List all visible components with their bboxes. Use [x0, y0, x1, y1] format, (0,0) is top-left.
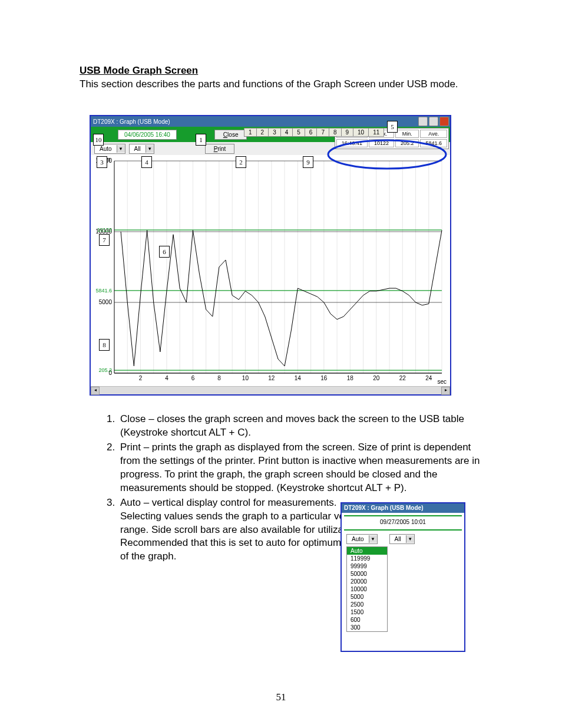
- dropdown-example-window: DT209X : Graph (USB Mode) 09/27/2005 10:…: [340, 502, 465, 652]
- section-heading: USB Mode Graph Screen: [80, 65, 486, 77]
- auto-options-list[interactable]: Auto 119999 99999 50000 20000 10000 5000…: [346, 546, 388, 632]
- datetime-display: 09/27/2005 10:01: [344, 515, 462, 531]
- svg-text:205.2: 205.2: [98, 367, 112, 373]
- svg-text:22: 22: [399, 375, 406, 381]
- tab[interactable]: 9: [341, 128, 353, 137]
- callout-7: 7: [99, 234, 110, 246]
- svg-text:16: 16: [320, 375, 328, 381]
- page-number: 51: [0, 691, 562, 703]
- tab[interactable]: 10: [353, 128, 368, 137]
- callout-10: 10: [93, 134, 104, 146]
- list-item: Auto – vertical display control for meas…: [118, 496, 368, 564]
- callout-6: 6: [159, 246, 170, 258]
- close-icon[interactable]: [439, 117, 449, 126]
- intro-text: This section describes the parts and fun…: [80, 78, 486, 91]
- callout-4: 4: [141, 156, 152, 168]
- callout-2: 2: [236, 156, 246, 168]
- svg-text:24: 24: [425, 375, 432, 381]
- svg-text:5000: 5000: [99, 299, 113, 305]
- chevron-down-icon: ▼: [369, 535, 377, 543]
- list-item: Print – prints the graph as displayed fr…: [118, 441, 480, 495]
- tab[interactable]: 7: [316, 128, 329, 137]
- horizontal-scrollbar[interactable]: ◂ ▸: [91, 386, 450, 394]
- scroll-right-icon[interactable]: ▸: [441, 387, 450, 395]
- callout-5: 5: [387, 121, 398, 133]
- list-item[interactable]: Auto: [347, 547, 387, 555]
- tab[interactable]: 11: [368, 128, 384, 137]
- tab[interactable]: 6: [305, 128, 317, 137]
- stats-min-header: Min.: [395, 130, 419, 138]
- tab[interactable]: 3: [268, 128, 280, 137]
- stats-time: 16:40:41: [336, 139, 368, 147]
- callout-8: 8: [99, 339, 110, 351]
- close-button[interactable]: Close: [214, 130, 247, 140]
- svg-text:8: 8: [217, 375, 221, 381]
- tab[interactable]: 1: [244, 128, 256, 137]
- chevron-down-icon: ▼: [146, 145, 154, 153]
- chevron-down-icon: ▼: [117, 145, 125, 153]
- list-item: Close – closes the graph screen and move…: [118, 413, 480, 440]
- stats-min: 205.2: [395, 139, 419, 147]
- tab[interactable]: 5: [292, 128, 305, 137]
- minimize-icon[interactable]: [418, 117, 428, 126]
- all-dropdown[interactable]: All ▼: [389, 534, 415, 544]
- list-item[interactable]: 5000: [347, 593, 387, 601]
- callout-9: 9: [303, 156, 313, 168]
- chart-svg: 2468101214161820222405000100001500010122…: [91, 155, 448, 385]
- tab-strip: 1 2 3 4 5 6 7 8 9 10 11: [244, 128, 384, 137]
- tab[interactable]: 2: [256, 128, 269, 137]
- svg-text:20: 20: [373, 375, 380, 381]
- svg-text:12: 12: [268, 375, 275, 381]
- list-item[interactable]: 1500: [347, 608, 387, 616]
- chart-area: 2468101214161820222405000100001500010122…: [91, 155, 450, 386]
- tab[interactable]: 4: [280, 128, 293, 137]
- list-item[interactable]: 10000: [347, 585, 387, 593]
- callout-1: 1: [196, 134, 206, 146]
- tab[interactable]: 8: [329, 128, 341, 137]
- auto-dropdown[interactable]: Auto ▼: [346, 534, 378, 544]
- svg-text:4: 4: [165, 375, 168, 381]
- list-item[interactable]: 600: [347, 616, 387, 624]
- window-title: DT209X : Graph (USB Mode): [93, 118, 170, 125]
- svg-text:14: 14: [295, 375, 302, 381]
- svg-text:2: 2: [139, 375, 143, 381]
- list-item[interactable]: 300: [347, 624, 387, 631]
- chevron-down-icon: ▼: [406, 535, 414, 543]
- print-button[interactable]: Print: [205, 144, 235, 154]
- datetime-display: 04/06/2005 16:40: [118, 130, 177, 140]
- list-item[interactable]: 20000: [347, 578, 387, 585]
- list-item[interactable]: 99999: [347, 562, 387, 570]
- list-item[interactable]: 50000: [347, 570, 387, 578]
- all-dropdown[interactable]: All ▼: [129, 144, 154, 154]
- maximize-icon[interactable]: [429, 117, 438, 126]
- graph-window: DT209X : Graph (USB Mode) 04/06/2005 16:…: [90, 115, 451, 396]
- scroll-left-icon[interactable]: ◂: [91, 387, 100, 395]
- list-item[interactable]: 119999: [347, 555, 387, 562]
- callout-3: 3: [97, 156, 107, 168]
- svg-text:5841.6: 5841.6: [95, 288, 112, 294]
- svg-text:10: 10: [242, 375, 249, 381]
- stats-ave: 5841.6: [420, 139, 447, 147]
- list-item[interactable]: 2500: [347, 601, 387, 608]
- x-axis-unit: sec: [437, 378, 447, 385]
- svg-text:10122: 10122: [97, 227, 112, 233]
- svg-text:6: 6: [191, 375, 195, 381]
- svg-text:18: 18: [347, 375, 354, 381]
- window-title: DT209X : Graph (USB Mode): [342, 503, 464, 513]
- stats-ave-header: Ave.: [420, 130, 447, 138]
- stats-max: 10122: [369, 139, 394, 147]
